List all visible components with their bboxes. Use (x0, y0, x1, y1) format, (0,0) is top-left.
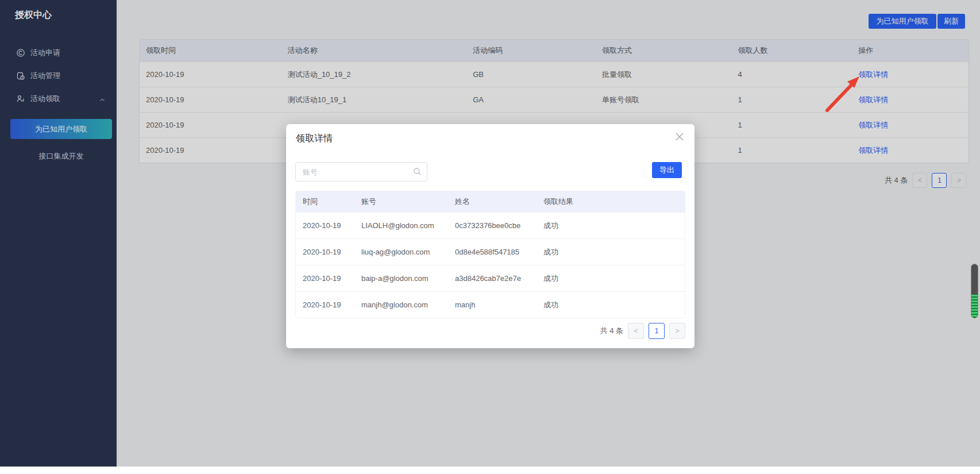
cell-result: 成功 (537, 273, 685, 284)
cell-name: manjh (448, 300, 537, 309)
cell-result: 成功 (537, 247, 685, 257)
cell-name: 0c3732376bee0cbe (448, 221, 537, 230)
table-row: 2020-10-19 baip-a@glodon.com a3d8426cab7… (296, 265, 685, 291)
close-icon[interactable] (673, 130, 686, 144)
cell-time: 2020-10-19 (296, 248, 354, 256)
cell-account: LIAOLH@glodon.com (354, 221, 448, 230)
modal-title: 领取详情 (296, 133, 333, 145)
claim-detail-modal: 领取详情 导出 时间 账号 姓名 领取结果 2020-10-19 LIAOLH@… (286, 124, 695, 348)
column-header-account: 账号 (354, 196, 448, 207)
app-window: 授权中心 活动申请 活动管理 活动领取 (0, 0, 980, 467)
claim-detail-table: 时间 账号 姓名 领取结果 2020-10-19 LIAOLH@glodon.c… (295, 191, 685, 318)
scroll-progress-indicator (971, 295, 978, 318)
cell-result: 成功 (537, 221, 685, 231)
column-header-name: 姓名 (448, 196, 537, 207)
account-search-field (295, 162, 427, 182)
cell-time: 2020-10-19 (296, 274, 354, 283)
table-row: 2020-10-19 liuq-ag@glodon.com 0d8e4e588f… (296, 238, 685, 265)
search-input[interactable] (295, 162, 427, 182)
scrollbar-thumb[interactable] (971, 264, 978, 318)
table-row: 2020-10-19 LIAOLH@glodon.com 0c3732376be… (296, 212, 685, 238)
page-bottom-strip (0, 467, 980, 474)
cell-account: baip-a@glodon.com (354, 274, 448, 283)
detail-table-header: 时间 账号 姓名 领取结果 (296, 191, 685, 212)
cell-time: 2020-10-19 (296, 221, 354, 230)
column-header-time: 时间 (296, 196, 354, 207)
cell-account: manjh@glodon.com (354, 300, 448, 309)
search-icon (413, 167, 422, 178)
column-header-result: 领取结果 (537, 196, 685, 207)
cell-account: liuq-ag@glodon.com (354, 248, 448, 256)
cell-time: 2020-10-19 (296, 300, 354, 309)
page-number-button[interactable]: 1 (649, 323, 665, 339)
cell-name: a3d8426cab7e2e7e (448, 274, 537, 283)
cell-name: 0d8e4e588f547185 (448, 248, 537, 256)
export-button[interactable]: 导出 (652, 162, 682, 178)
total-count-label: 共 4 条 (600, 326, 623, 336)
modal-pagination: 共 4 条 < 1 > (600, 323, 685, 339)
next-page-button[interactable]: > (669, 323, 685, 339)
table-row: 2020-10-19 manjh@glodon.com manjh 成功 (296, 291, 685, 318)
cell-result: 成功 (537, 300, 685, 310)
prev-page-button[interactable]: < (628, 323, 644, 339)
